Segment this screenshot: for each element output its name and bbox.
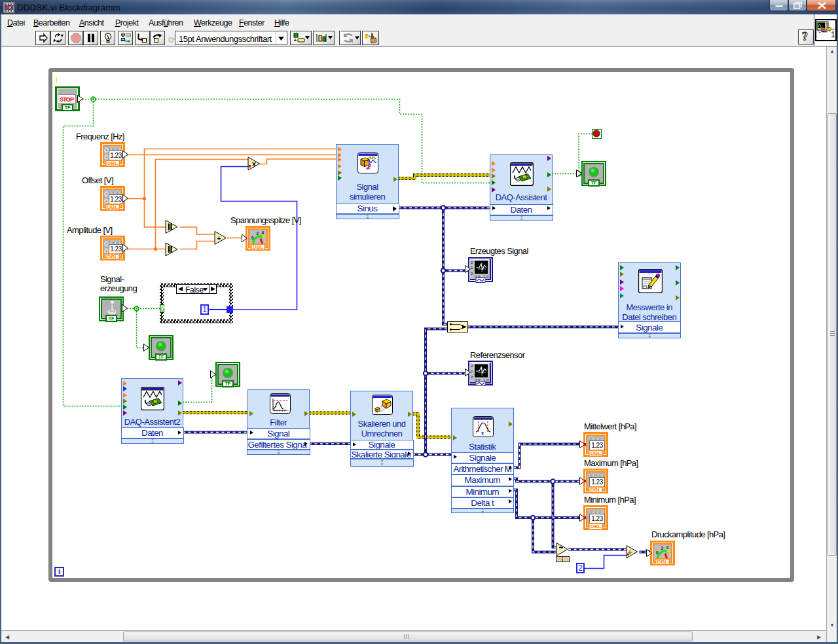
- svg-text:0: 0: [656, 550, 659, 555]
- svg-text:4: 4: [262, 230, 264, 235]
- svg-text:?!: ?!: [564, 556, 568, 562]
- svg-text:2: 2: [257, 231, 259, 236]
- svg-text:2: 2: [661, 546, 664, 550]
- svg-text:x: x: [252, 160, 257, 168]
- svg-text:4: 4: [666, 545, 669, 550]
- svg-text:?!: ?!: [557, 556, 562, 562]
- svg-text:0: 0: [251, 236, 254, 240]
- svg-text:+: +: [217, 235, 221, 242]
- svg-text:STOP: STOP: [60, 96, 74, 103]
